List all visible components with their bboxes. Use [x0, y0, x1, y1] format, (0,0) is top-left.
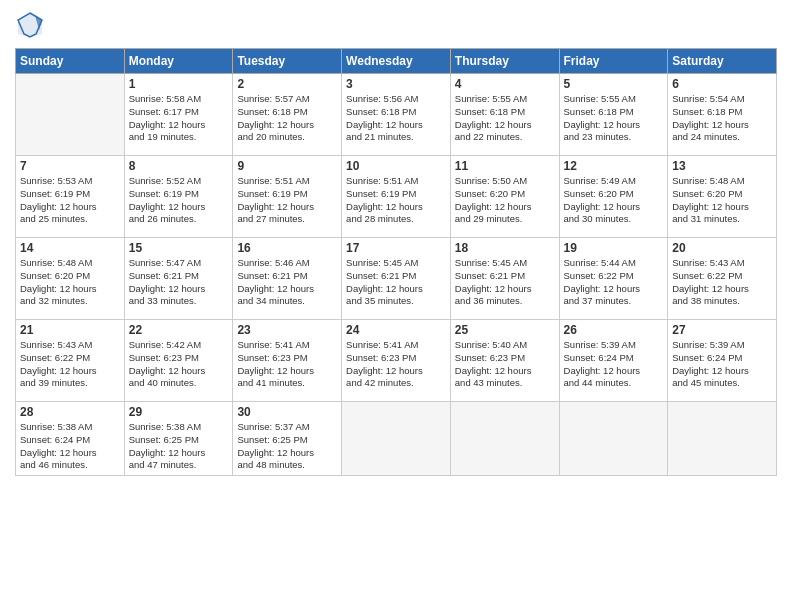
weekday-header-row: SundayMondayTuesdayWednesdayThursdayFrid… [16, 49, 777, 74]
day-info: Sunrise: 5:53 AMSunset: 6:19 PMDaylight:… [20, 175, 120, 226]
calendar-week-row: 14Sunrise: 5:48 AMSunset: 6:20 PMDayligh… [16, 238, 777, 320]
day-number: 4 [455, 77, 555, 91]
day-number: 7 [20, 159, 120, 173]
calendar-day-cell: 2Sunrise: 5:57 AMSunset: 6:18 PMDaylight… [233, 74, 342, 156]
day-number: 12 [564, 159, 664, 173]
weekday-header: Thursday [450, 49, 559, 74]
day-info: Sunrise: 5:51 AMSunset: 6:19 PMDaylight:… [346, 175, 446, 226]
calendar-week-row: 28Sunrise: 5:38 AMSunset: 6:24 PMDayligh… [16, 402, 777, 476]
day-number: 28 [20, 405, 120, 419]
day-info: Sunrise: 5:38 AMSunset: 6:25 PMDaylight:… [129, 421, 229, 472]
calendar-day-cell: 30Sunrise: 5:37 AMSunset: 6:25 PMDayligh… [233, 402, 342, 476]
calendar-week-row: 1Sunrise: 5:58 AMSunset: 6:17 PMDaylight… [16, 74, 777, 156]
calendar-day-cell: 28Sunrise: 5:38 AMSunset: 6:24 PMDayligh… [16, 402, 125, 476]
calendar-day-cell: 15Sunrise: 5:47 AMSunset: 6:21 PMDayligh… [124, 238, 233, 320]
day-info: Sunrise: 5:45 AMSunset: 6:21 PMDaylight:… [346, 257, 446, 308]
calendar-table: SundayMondayTuesdayWednesdayThursdayFrid… [15, 48, 777, 476]
weekday-header: Monday [124, 49, 233, 74]
day-info: Sunrise: 5:58 AMSunset: 6:17 PMDaylight:… [129, 93, 229, 144]
calendar-day-cell: 26Sunrise: 5:39 AMSunset: 6:24 PMDayligh… [559, 320, 668, 402]
day-number: 9 [237, 159, 337, 173]
day-info: Sunrise: 5:38 AMSunset: 6:24 PMDaylight:… [20, 421, 120, 472]
logo-icon [15, 10, 45, 40]
calendar-day-cell: 4Sunrise: 5:55 AMSunset: 6:18 PMDaylight… [450, 74, 559, 156]
weekday-header: Sunday [16, 49, 125, 74]
day-info: Sunrise: 5:43 AMSunset: 6:22 PMDaylight:… [672, 257, 772, 308]
weekday-header: Friday [559, 49, 668, 74]
day-number: 8 [129, 159, 229, 173]
day-info: Sunrise: 5:44 AMSunset: 6:22 PMDaylight:… [564, 257, 664, 308]
calendar-day-cell: 17Sunrise: 5:45 AMSunset: 6:21 PMDayligh… [342, 238, 451, 320]
day-number: 11 [455, 159, 555, 173]
calendar-day-cell: 29Sunrise: 5:38 AMSunset: 6:25 PMDayligh… [124, 402, 233, 476]
day-info: Sunrise: 5:43 AMSunset: 6:22 PMDaylight:… [20, 339, 120, 390]
day-info: Sunrise: 5:46 AMSunset: 6:21 PMDaylight:… [237, 257, 337, 308]
calendar-day-cell: 22Sunrise: 5:42 AMSunset: 6:23 PMDayligh… [124, 320, 233, 402]
day-number: 13 [672, 159, 772, 173]
day-number: 16 [237, 241, 337, 255]
calendar-day-cell: 6Sunrise: 5:54 AMSunset: 6:18 PMDaylight… [668, 74, 777, 156]
day-number: 17 [346, 241, 446, 255]
header [15, 10, 777, 40]
calendar-day-cell: 14Sunrise: 5:48 AMSunset: 6:20 PMDayligh… [16, 238, 125, 320]
day-number: 25 [455, 323, 555, 337]
day-info: Sunrise: 5:48 AMSunset: 6:20 PMDaylight:… [672, 175, 772, 226]
day-info: Sunrise: 5:39 AMSunset: 6:24 PMDaylight:… [564, 339, 664, 390]
day-number: 30 [237, 405, 337, 419]
calendar-day-cell: 20Sunrise: 5:43 AMSunset: 6:22 PMDayligh… [668, 238, 777, 320]
calendar-day-cell [342, 402, 451, 476]
day-number: 6 [672, 77, 772, 91]
day-info: Sunrise: 5:55 AMSunset: 6:18 PMDaylight:… [564, 93, 664, 144]
day-number: 15 [129, 241, 229, 255]
day-number: 22 [129, 323, 229, 337]
weekday-header: Wednesday [342, 49, 451, 74]
calendar-day-cell: 5Sunrise: 5:55 AMSunset: 6:18 PMDaylight… [559, 74, 668, 156]
day-info: Sunrise: 5:52 AMSunset: 6:19 PMDaylight:… [129, 175, 229, 226]
day-number: 5 [564, 77, 664, 91]
day-number: 24 [346, 323, 446, 337]
day-number: 14 [20, 241, 120, 255]
page: SundayMondayTuesdayWednesdayThursdayFrid… [0, 0, 792, 612]
day-number: 18 [455, 241, 555, 255]
calendar-day-cell: 1Sunrise: 5:58 AMSunset: 6:17 PMDaylight… [124, 74, 233, 156]
day-info: Sunrise: 5:57 AMSunset: 6:18 PMDaylight:… [237, 93, 337, 144]
day-info: Sunrise: 5:37 AMSunset: 6:25 PMDaylight:… [237, 421, 337, 472]
day-info: Sunrise: 5:42 AMSunset: 6:23 PMDaylight:… [129, 339, 229, 390]
day-number: 2 [237, 77, 337, 91]
calendar-day-cell [559, 402, 668, 476]
calendar-day-cell: 11Sunrise: 5:50 AMSunset: 6:20 PMDayligh… [450, 156, 559, 238]
calendar-day-cell [668, 402, 777, 476]
calendar-day-cell: 21Sunrise: 5:43 AMSunset: 6:22 PMDayligh… [16, 320, 125, 402]
calendar-day-cell: 3Sunrise: 5:56 AMSunset: 6:18 PMDaylight… [342, 74, 451, 156]
calendar-day-cell: 18Sunrise: 5:45 AMSunset: 6:21 PMDayligh… [450, 238, 559, 320]
day-number: 29 [129, 405, 229, 419]
day-info: Sunrise: 5:41 AMSunset: 6:23 PMDaylight:… [237, 339, 337, 390]
calendar-day-cell: 8Sunrise: 5:52 AMSunset: 6:19 PMDaylight… [124, 156, 233, 238]
day-number: 3 [346, 77, 446, 91]
day-info: Sunrise: 5:49 AMSunset: 6:20 PMDaylight:… [564, 175, 664, 226]
day-number: 27 [672, 323, 772, 337]
weekday-header: Saturday [668, 49, 777, 74]
day-number: 20 [672, 241, 772, 255]
calendar-day-cell: 19Sunrise: 5:44 AMSunset: 6:22 PMDayligh… [559, 238, 668, 320]
day-info: Sunrise: 5:54 AMSunset: 6:18 PMDaylight:… [672, 93, 772, 144]
weekday-header: Tuesday [233, 49, 342, 74]
day-info: Sunrise: 5:51 AMSunset: 6:19 PMDaylight:… [237, 175, 337, 226]
day-info: Sunrise: 5:40 AMSunset: 6:23 PMDaylight:… [455, 339, 555, 390]
calendar-day-cell: 10Sunrise: 5:51 AMSunset: 6:19 PMDayligh… [342, 156, 451, 238]
day-info: Sunrise: 5:48 AMSunset: 6:20 PMDaylight:… [20, 257, 120, 308]
logo [15, 10, 49, 40]
calendar-week-row: 21Sunrise: 5:43 AMSunset: 6:22 PMDayligh… [16, 320, 777, 402]
day-number: 19 [564, 241, 664, 255]
day-number: 23 [237, 323, 337, 337]
day-info: Sunrise: 5:55 AMSunset: 6:18 PMDaylight:… [455, 93, 555, 144]
calendar-day-cell: 25Sunrise: 5:40 AMSunset: 6:23 PMDayligh… [450, 320, 559, 402]
day-number: 1 [129, 77, 229, 91]
calendar-day-cell: 24Sunrise: 5:41 AMSunset: 6:23 PMDayligh… [342, 320, 451, 402]
calendar-day-cell: 12Sunrise: 5:49 AMSunset: 6:20 PMDayligh… [559, 156, 668, 238]
day-number: 21 [20, 323, 120, 337]
day-info: Sunrise: 5:56 AMSunset: 6:18 PMDaylight:… [346, 93, 446, 144]
calendar-day-cell: 27Sunrise: 5:39 AMSunset: 6:24 PMDayligh… [668, 320, 777, 402]
calendar-day-cell: 23Sunrise: 5:41 AMSunset: 6:23 PMDayligh… [233, 320, 342, 402]
day-number: 10 [346, 159, 446, 173]
